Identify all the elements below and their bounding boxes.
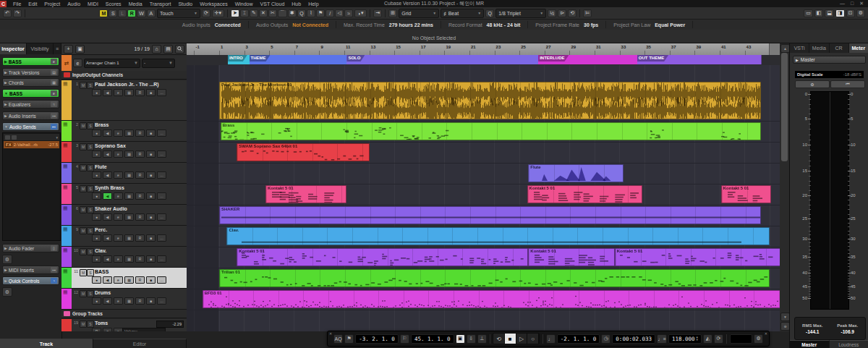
setup-window-layout-button[interactable]: ⊡ (846, 9, 855, 17)
clip-drums[interactable]: BFD3 01 (203, 290, 780, 308)
record-enable-button[interactable]: ● (92, 171, 101, 179)
clip-brass[interactable]: Brass (221, 122, 761, 140)
align-button[interactable]: ⊨ (583, 9, 592, 17)
insert-state-button[interactable]: ▦ (124, 276, 134, 284)
right-zone-tab-vsti[interactable]: VSTi (790, 43, 809, 53)
menu-item-transport[interactable]: Transport (146, 1, 175, 7)
snap-button[interactable]: ⊞ (388, 9, 397, 17)
right-locator-field[interactable]: 45. 1. 1. 0 (411, 334, 454, 344)
monitor-button[interactable]: ◀ (103, 255, 112, 263)
track-preset-button[interactable]: ▣ (75, 45, 85, 54)
automation-w-button[interactable]: W (137, 9, 146, 17)
inspector-section-quick-controls[interactable]: ▶Quick Controls◔ (2, 276, 59, 285)
punch-in-flag-icon[interactable]: ⚑ (344, 334, 354, 344)
clip-synth-brass[interactable]: Kontakt 5 01 (265, 185, 346, 203)
edit-channel-button[interactable]: e (114, 213, 123, 221)
undo-button[interactable]: ↶ (3, 9, 12, 17)
position-field[interactable]: -2. 1. 1. 0 (557, 334, 600, 344)
mute-button[interactable]: M (80, 82, 87, 89)
more-options-button[interactable]: … (157, 130, 166, 137)
clip-clav[interactable]: Kontakt 5 01 (528, 248, 614, 266)
clip-paul-jackson[interactable]: Paul Jackson Jr. - The Workout-01 (219, 82, 761, 119)
edit-channel-button[interactable]: e (114, 234, 123, 242)
grid-dropdown[interactable]: Grid▼ (399, 9, 439, 18)
clip-flute[interactable]: Flute (528, 164, 623, 182)
insert-state-button[interactable]: ▦ (124, 171, 134, 179)
read-automation-button[interactable]: R (135, 255, 145, 263)
insert-state-button[interactable]: ▦ (124, 192, 134, 200)
meter-reset-button[interactable]: ⏮ (830, 80, 865, 88)
solo-button[interactable]: S (87, 248, 94, 255)
monitor-button[interactable]: ◀ (103, 171, 112, 179)
track-filter-button[interactable]: ▤ (163, 45, 173, 54)
track-row-clav-[interactable]: ▦10MSClav.●◀e▦R■… (61, 247, 187, 268)
digital-scale-bar[interactable]: Digital Scale-18 dBFS (795, 71, 864, 78)
draw-tool-icon[interactable]: ✎ (250, 9, 258, 17)
home-zoom-button[interactable]: ⌂ (152, 45, 161, 54)
tempo-field[interactable]: 118.000▲▼ (668, 334, 702, 344)
inspector-section-track-versions[interactable]: ▶Track Versions▤ (2, 68, 59, 77)
io-channels-folder[interactable]: Input/Output Channels (61, 71, 187, 80)
mute-tool-icon[interactable]: ✱ (288, 9, 297, 17)
inspector-section-audio-inserts[interactable]: ▶Audio Inserts⊶ (2, 111, 59, 120)
track-row-toms[interactable]: 19MSToms-2.29R■e⊙Volume (61, 319, 187, 331)
solo-button[interactable]: S (87, 227, 94, 234)
edit-channel-button[interactable]: e (114, 297, 123, 305)
left-locator-field[interactable]: -3. 2. 1. 0 (355, 334, 399, 344)
monitor-button[interactable]: ◀ (103, 130, 112, 137)
menu-item-audio[interactable]: Audio (64, 1, 84, 7)
track-row-brass[interactable]: ▦2MSBrass●◀e▦R■… (61, 121, 187, 142)
scrub-tool-icon[interactable]: ≈ (344, 9, 353, 17)
write-automation-button[interactable]: ■ (146, 171, 156, 179)
write-automation-button[interactable]: ■ (146, 192, 156, 200)
menu-item-workspaces[interactable]: Workspaces (196, 1, 231, 7)
layout-right-zone-button[interactable]: ◨ (835, 9, 845, 17)
insert-state-button[interactable]: ▦ (124, 130, 134, 137)
edit-channel-button[interactable]: e (114, 150, 123, 158)
write-automation-button[interactable]: ■ (146, 130, 156, 137)
record-enable-button[interactable]: ● (92, 150, 101, 158)
automation-r-button[interactable]: R (127, 9, 136, 17)
menu-item-scores[interactable]: Scores (102, 1, 125, 7)
time-format-icon[interactable]: ◷ (601, 334, 610, 344)
track-row-soprano-sax[interactable]: ▦3MSSoprano Sax●◀e▦R■… (61, 142, 187, 163)
punch-out-flag-icon[interactable]: ⚐ (400, 334, 409, 344)
clip-clav[interactable]: Kontakt 5 01 (615, 248, 780, 266)
solo-button[interactable]: S (87, 321, 94, 328)
inspector-section-equalizers[interactable]: ▶Equalizers≈ (2, 100, 59, 109)
edit-channel-button[interactable]: e (114, 276, 123, 284)
track-row-shaker-audio[interactable]: ▦6MSShaker Audio●◀e▦R■… (61, 205, 187, 226)
timeline-ruler[interactable]: -113579111315171921232527293133353739414… (187, 43, 780, 56)
zoom-tool-icon[interactable]: Q (297, 9, 306, 17)
more-options-button[interactable]: … (157, 297, 166, 305)
read-automation-button[interactable]: R (135, 213, 145, 221)
quantize-button[interactable]: Q (485, 9, 494, 17)
read-automation-button[interactable]: R (135, 192, 145, 200)
monitor-button[interactable]: ◀ (103, 150, 112, 158)
position-format-icon[interactable]: ♩ (546, 334, 556, 344)
autoscroll-button[interactable]: ⇥ (373, 9, 382, 17)
audio-alignment-button[interactable]: ⟲ (568, 9, 576, 17)
write-automation-button[interactable]: ■ (146, 150, 156, 158)
inspector-menu-icon[interactable]: ≡ (54, 43, 61, 54)
grid-type-dropdown[interactable]: ♯ Beat▼ (441, 9, 484, 18)
zone-tab-editor[interactable]: Editor (93, 339, 187, 348)
track-row-synth-brass[interactable]: ▦5MSSynth Brass●◀e▦R■… (61, 184, 187, 205)
write-automation-button[interactable]: ■ (146, 89, 156, 96)
inspector-section-audio-sends[interactable]: ▼Audio Sends⊷ (2, 122, 59, 131)
inspector-gear-1-icon[interactable]: ⚙ (2, 255, 12, 264)
mute-button[interactable]: M (80, 164, 87, 171)
meter-bottom-tab-loudness[interactable]: Loudness (830, 340, 868, 348)
solo-button[interactable]: S (87, 122, 94, 130)
find-track-button[interactable] (175, 45, 184, 54)
automation-refresh-button[interactable]: ⟳ (202, 9, 210, 17)
write-automation-button[interactable]: ■ (103, 328, 112, 331)
menu-item-file[interactable]: File (9, 1, 25, 7)
inspector-section-bass[interactable]: ▶BASSe (2, 57, 59, 66)
write-automation-button[interactable]: ■ (146, 234, 156, 242)
menu-item-edit[interactable]: Edit (25, 1, 41, 7)
send-slot-header[interactable]: ▾ (4, 134, 59, 140)
mute-button[interactable]: M (80, 122, 87, 130)
automation-s-button[interactable]: S (109, 9, 117, 17)
marker-section-solo[interactable]: SOLO (346, 55, 539, 64)
